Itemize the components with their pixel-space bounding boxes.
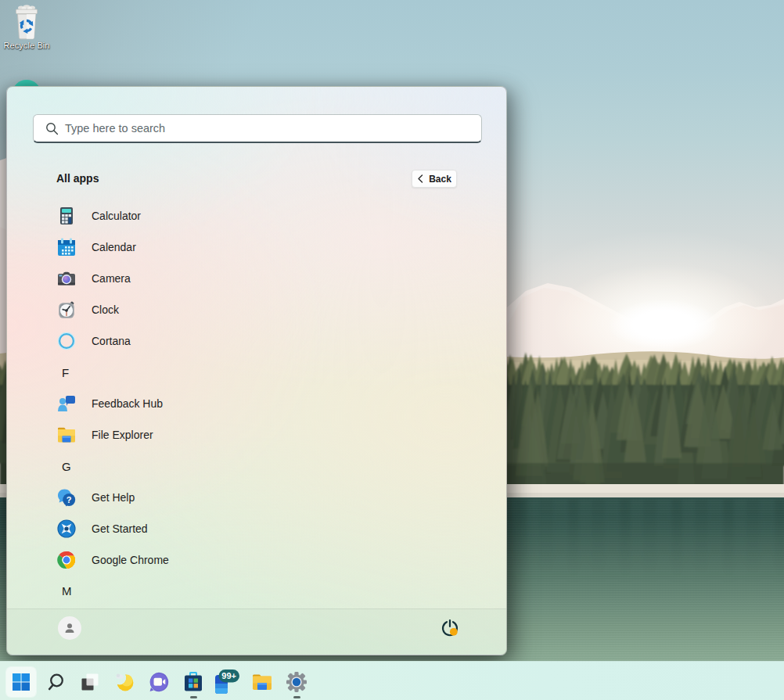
svg-text:?: ? xyxy=(67,495,72,504)
svg-text:99+: 99+ xyxy=(221,671,236,680)
